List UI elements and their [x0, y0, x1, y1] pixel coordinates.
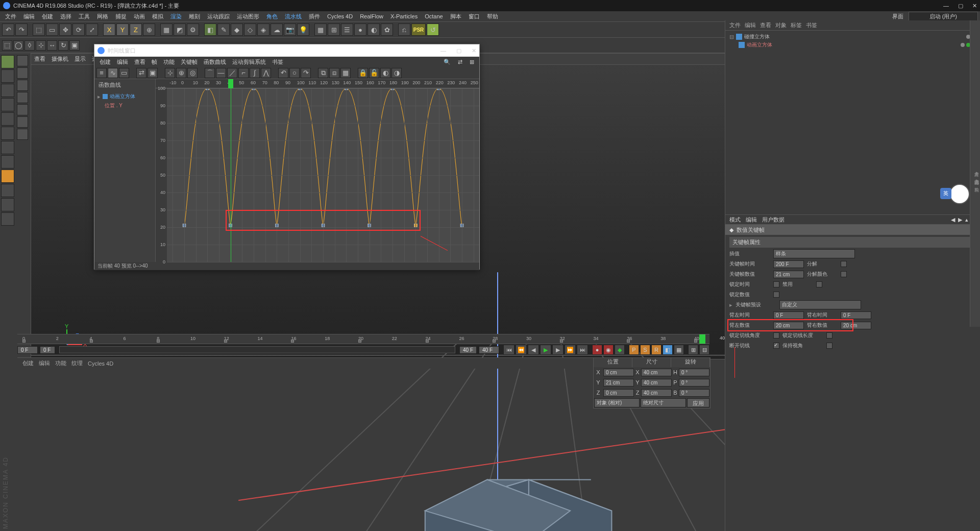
maximize-button[interactable]: ▢: [958, 3, 963, 9]
coord-apply-button[interactable]: 应用: [687, 398, 709, 407]
minimize-button[interactable]: —: [943, 3, 949, 9]
tl-menu-item[interactable]: 帧: [150, 58, 159, 66]
axis-mode-button[interactable]: [1, 155, 14, 168]
brush-tool[interactable]: [17, 129, 28, 140]
generator-button[interactable]: ◆: [231, 23, 243, 36]
tl-menu-item[interactable]: 函数曲线: [202, 58, 228, 66]
tl-obj-name[interactable]: 动画立方体: [110, 93, 135, 100]
coord-pos[interactable]: 21 cm: [603, 379, 634, 387]
tl-close-button[interactable]: ✕: [472, 47, 476, 54]
coord-size[interactable]: 40 cm: [641, 379, 672, 387]
menu-18[interactable]: X-Particles: [387, 12, 421, 20]
lasso-tool[interactable]: [17, 80, 28, 91]
sel-lasso-button[interactable]: ◯: [13, 40, 23, 51]
interp-select[interactable]: 样条: [773, 249, 855, 258]
tl-menu-item[interactable]: 编辑: [115, 58, 130, 66]
sel-rot-button[interactable]: ↻: [58, 40, 68, 51]
tl-menu-item[interactable]: 运动剪辑系统: [230, 58, 268, 66]
goto-start-button[interactable]: ⏮: [503, 345, 514, 355]
poly-mode-button[interactable]: [1, 141, 14, 154]
menu-7[interactable]: 动画: [131, 12, 148, 21]
coord-sys-button[interactable]: ⊕: [143, 23, 155, 36]
menu-0[interactable]: 文件: [2, 12, 19, 21]
tl-opt1-button[interactable]: ⊞: [688, 345, 698, 355]
sculpt-button[interactable]: ✿: [381, 23, 393, 36]
sel-move-button[interactable]: ⊹: [36, 40, 46, 51]
layout-select[interactable]: 启动 (用户): [909, 12, 978, 21]
attr-nav-fwd[interactable]: ▶: [958, 216, 962, 223]
preview-end-field[interactable]: 40 F: [459, 346, 477, 354]
menu-1[interactable]: 编辑: [20, 12, 38, 21]
material-tab[interactable]: 编辑: [39, 359, 50, 367]
attr-field[interactable]: 0 F: [773, 311, 804, 319]
attr-field[interactable]: 21 cm: [773, 271, 804, 278]
param-key-button[interactable]: ◧: [663, 345, 673, 355]
rotate-tool[interactable]: [17, 116, 28, 128]
tl-opt-icon[interactable]: ⇄: [456, 58, 464, 66]
tl-min-button[interactable]: —: [440, 47, 446, 54]
menu-2[interactable]: 创建: [39, 12, 56, 21]
coord-mode-select[interactable]: 对象 (相对): [594, 398, 640, 407]
spline-pen-button[interactable]: ✎: [217, 23, 230, 36]
environment-button[interactable]: ☁: [271, 23, 283, 36]
prev-key-button[interactable]: ⏪: [516, 345, 527, 355]
tl-link-button[interactable]: ⇄: [136, 68, 146, 78]
preset-select[interactable]: 自定义: [779, 300, 861, 309]
deformer-button[interactable]: ◈: [257, 23, 270, 36]
coord-pos[interactable]: 0 cm: [603, 389, 634, 397]
tl-auto-button[interactable]: ▣: [148, 68, 158, 78]
scene-button[interactable]: ▦: [314, 23, 327, 36]
tl-center-button[interactable]: ◎: [187, 68, 198, 78]
mograph-button[interactable]: ⊞: [328, 23, 340, 36]
menu-21[interactable]: 窗口: [465, 12, 483, 21]
coord-size-select[interactable]: 绝对尺寸: [641, 398, 686, 407]
next-frame-button[interactable]: ▶: [552, 345, 564, 355]
object-item[interactable]: 碰撞立方体: [744, 33, 770, 40]
camera-button[interactable]: 📷: [284, 23, 296, 36]
obj-menu-item[interactable]: 文件: [729, 21, 741, 29]
menu-9[interactable]: 渲染: [167, 12, 185, 21]
menu-16[interactable]: Cycles 4D: [324, 12, 356, 20]
enable-axis-button[interactable]: [1, 170, 14, 183]
workplane-button[interactable]: [1, 98, 14, 111]
menu-6[interactable]: 捕捉: [112, 12, 130, 21]
texture-mode-button[interactable]: [1, 84, 14, 97]
rect-tool[interactable]: [17, 67, 28, 79]
menu-14[interactable]: 流水线: [282, 12, 305, 21]
playhead-marker[interactable]: [228, 79, 233, 88]
simulate-button[interactable]: ◐: [368, 23, 380, 36]
menu-22[interactable]: 帮助: [484, 12, 501, 21]
menu-5[interactable]: 网格: [94, 12, 111, 21]
attr-checkbox[interactable]: [841, 271, 847, 277]
tl-mute-button[interactable]: ◐: [380, 68, 390, 78]
psr-button[interactable]: PSR: [411, 23, 426, 36]
tl-tangent-flat[interactable]: —: [216, 68, 226, 78]
snap-button[interactable]: [1, 184, 14, 197]
rotate-button[interactable]: ⟳: [72, 23, 85, 36]
tl-tangent-break[interactable]: ⋀: [261, 68, 271, 78]
attr-field[interactable]: 0 F: [841, 311, 871, 319]
obj-menu-item[interactable]: 对象: [775, 21, 787, 29]
render-set-button[interactable]: ⚙: [187, 23, 199, 36]
tl-tangent-linear[interactable]: ／: [227, 68, 237, 78]
attr-field[interactable]: 200 F: [773, 260, 804, 268]
sel-convert-button[interactable]: ▣: [69, 40, 80, 51]
record-button[interactable]: ●: [592, 345, 602, 355]
menu-12[interactable]: 运动图形: [234, 12, 262, 21]
menu-11[interactable]: 运动跟踪: [204, 12, 233, 21]
tl-max-button[interactable]: ▢: [456, 47, 461, 54]
autokey-button[interactable]: ◉: [603, 345, 614, 355]
coord-size[interactable]: 40 cm: [641, 389, 672, 397]
tl-menu-item[interactable]: 关键帧: [179, 58, 200, 66]
select-rect-button[interactable]: ▭: [46, 23, 58, 36]
scale-key-button[interactable]: S: [640, 345, 650, 355]
menu-4[interactable]: 工具: [76, 12, 93, 21]
takes-button[interactable]: ⎌: [398, 23, 410, 36]
tl-snap2-button[interactable]: ⧈: [329, 68, 339, 78]
attr-section-header[interactable]: 关键帧属性: [729, 237, 976, 248]
obj-menu-item[interactable]: 书签: [806, 21, 817, 29]
coord-rot[interactable]: 0 °: [679, 389, 709, 397]
coord-size[interactable]: 40 cm: [641, 369, 672, 376]
model-mode-button[interactable]: [1, 69, 14, 83]
undo-button[interactable]: ↶: [2, 23, 14, 36]
